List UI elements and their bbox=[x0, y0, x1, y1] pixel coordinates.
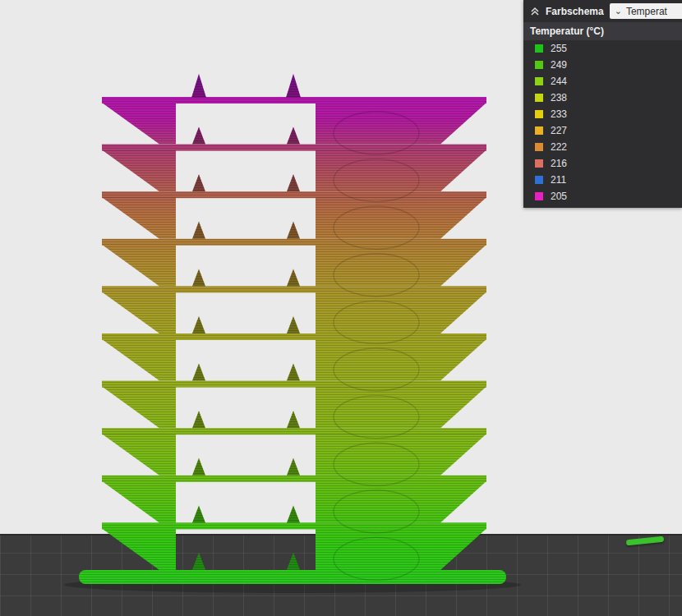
legend-item: 216 bbox=[523, 155, 682, 172]
legend-item: 244 bbox=[523, 73, 682, 90]
legend-panel: Farbschema ⌄ Temperat Temperatur (°C) 25… bbox=[523, 0, 682, 208]
legend-item: 255 bbox=[523, 40, 682, 57]
legend-swatch bbox=[535, 126, 543, 135]
legend-temp-value: 238 bbox=[551, 92, 567, 103]
legend-swatch bbox=[535, 44, 543, 53]
legend-item: 211 bbox=[523, 172, 682, 188]
legend-title: Farbschema bbox=[546, 6, 604, 17]
chevron-down-icon: ⌄ bbox=[615, 7, 622, 16]
legend-item: 238 bbox=[523, 90, 682, 106]
legend-swatch bbox=[535, 143, 543, 151]
legend-temp-value: 249 bbox=[551, 59, 567, 71]
3d-viewport[interactable]: Farbschema ⌄ Temperat Temperatur (°C) 25… bbox=[0, 0, 682, 616]
legend-header: Farbschema ⌄ Temperat bbox=[523, 0, 682, 22]
legend-swatch bbox=[535, 192, 543, 200]
legend-item: 227 bbox=[523, 122, 682, 139]
legend-swatch bbox=[535, 176, 543, 184]
legend-item: 249 bbox=[523, 57, 682, 73]
legend-item: 205 bbox=[523, 188, 682, 205]
legend-temp-value: 205 bbox=[551, 191, 567, 202]
legend-item: 233 bbox=[523, 106, 682, 122]
legend-temp-value: 244 bbox=[551, 76, 567, 87]
color-scheme-dropdown[interactable]: ⌄ Temperat bbox=[610, 3, 682, 19]
legend-swatch bbox=[535, 94, 543, 102]
color-scheme-dropdown-value: Temperat bbox=[626, 6, 667, 17]
legend-temp-value: 222 bbox=[551, 141, 567, 153]
legend-temp-value: 211 bbox=[551, 174, 566, 186]
legend-swatch bbox=[535, 77, 543, 85]
legend-temp-value: 255 bbox=[551, 43, 567, 54]
legend-item: 222 bbox=[523, 139, 682, 155]
collapse-legend-icon[interactable] bbox=[530, 7, 540, 16]
legend-swatch bbox=[535, 61, 543, 69]
legend-temp-value: 233 bbox=[551, 108, 567, 120]
legend-item-list: 255249244238233227222216211205 bbox=[523, 40, 682, 205]
legend-subtitle: Temperatur (°C) bbox=[523, 22, 682, 40]
legend-swatch bbox=[535, 110, 543, 118]
legend-temp-value: 227 bbox=[551, 125, 567, 136]
legend-swatch bbox=[535, 159, 543, 168]
legend-temp-value: 216 bbox=[551, 158, 567, 169]
